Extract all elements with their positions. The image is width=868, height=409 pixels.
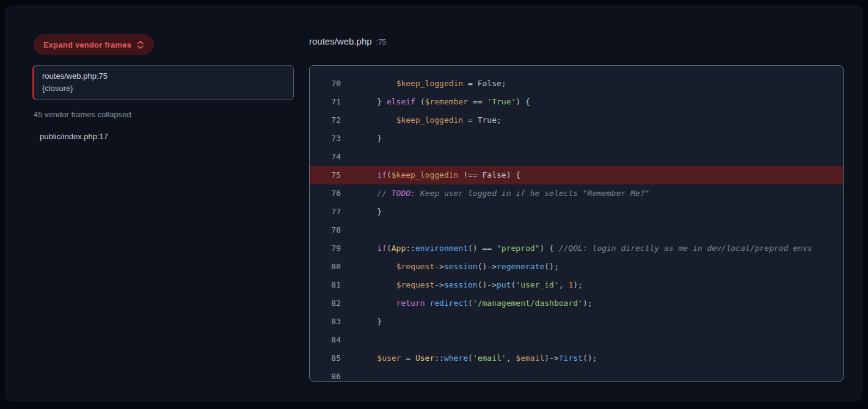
- file-path: routes/web.php: [309, 36, 372, 46]
- line-number: 85: [310, 349, 341, 367]
- line-number: 76: [310, 184, 341, 203]
- line-number: 84: [310, 331, 341, 349]
- code-line-text: [341, 148, 358, 166]
- code-line: 77 }: [310, 203, 843, 221]
- line-number: 74: [310, 148, 341, 166]
- code-line: 78: [310, 221, 843, 239]
- code-line-text: $request->session()->regenerate();: [341, 258, 559, 276]
- code-line-text: } elseif ($remember == 'True') {: [341, 93, 530, 111]
- code-line-text: }: [341, 313, 382, 331]
- chevron-up-down-icon: [137, 40, 144, 49]
- line-number: 81: [310, 276, 341, 294]
- code-line: 84: [310, 331, 843, 349]
- code-panel: 70 $keep_loggedin = False;71 } elseif ($…: [309, 65, 844, 382]
- code-line-text: }: [341, 129, 382, 148]
- code-line: 72 $keep_loggedin = True;: [310, 111, 843, 129]
- code-line-text: $keep_loggedin = True;: [341, 111, 501, 129]
- line-number: 72: [310, 111, 341, 129]
- line-number: 77: [310, 203, 341, 221]
- code-line: 82 return redirect('/management/dashboar…: [310, 294, 843, 313]
- line-number: 79: [310, 239, 341, 258]
- code-line-text: // TODO: Keep user logged in if he selec…: [341, 184, 649, 203]
- frame-file: routes/web.php:75: [42, 70, 285, 82]
- line-number: 82: [310, 294, 341, 313]
- code-line-text: $request->session()->put('user_id', 1);: [341, 276, 583, 294]
- code-line-text: [341, 331, 358, 349]
- line-number: 78: [310, 221, 341, 239]
- frame-item-selected[interactable]: routes/web.php:75 {closure}: [32, 65, 294, 100]
- code-line: 83 }: [310, 313, 843, 331]
- code-line: 71 } elseif ($remember == 'True') {: [310, 93, 843, 111]
- code-line-text: return redirect('/management/dashboard')…: [341, 294, 593, 313]
- code-line-text: if(App::environment() == "preprod") { //…: [341, 239, 812, 258]
- code-line: 80 $request->session()->regenerate();: [310, 258, 843, 276]
- frame-method: {closure}: [42, 82, 285, 95]
- expand-vendor-frames-label: Expand vendor frames: [43, 40, 131, 49]
- code-line-text: $keep_loggedin = False;: [341, 74, 506, 93]
- expand-vendor-frames-button[interactable]: Expand vendor frames: [34, 34, 154, 55]
- code-line: 70 $keep_loggedin = False;: [310, 74, 843, 93]
- code-line: 75 if($keep_loggedin !== False) {: [310, 166, 843, 184]
- code-line: 85 $user = User::where('email', $email)-…: [310, 349, 843, 367]
- code-line-text: $user = User::where('email', $email)->fi…: [341, 349, 597, 367]
- code-line-text: }: [341, 203, 382, 221]
- code-line-text: if($keep_loggedin !== False) {: [341, 166, 520, 184]
- code-line: 81 $request->session()->put('user_id', 1…: [310, 276, 843, 294]
- code-line: 73 }: [310, 129, 843, 148]
- code-line: 86: [310, 367, 843, 382]
- code-viewer-header: routes/web.php :75: [309, 36, 386, 46]
- file-line-number: :75: [376, 38, 387, 46]
- code-line-text: [341, 221, 358, 239]
- line-number: 71: [310, 93, 341, 111]
- code-line: 79 if(App::environment() == "preprod") {…: [310, 239, 843, 258]
- line-number: 70: [310, 74, 341, 93]
- line-number: 83: [310, 313, 341, 331]
- line-number: 73: [310, 129, 341, 148]
- code-line-text: [341, 367, 358, 382]
- vendor-frames-collapsed-note: 45 vendor frames collapsed: [34, 110, 131, 119]
- frame-item[interactable]: public/index.php:17: [40, 132, 108, 141]
- line-number: 75: [310, 166, 341, 184]
- code-line: 74: [310, 148, 843, 166]
- code-line: 76 // TODO: Keep user logged in if he se…: [310, 184, 843, 203]
- line-number: 80: [310, 258, 341, 276]
- line-number: 86: [310, 367, 341, 382]
